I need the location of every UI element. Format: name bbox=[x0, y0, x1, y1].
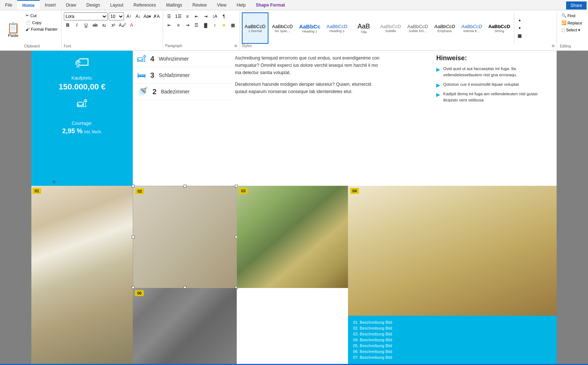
img-number-06: 06 bbox=[135, 290, 144, 296]
format-painter-button[interactable]: 🖌 Format Painter bbox=[24, 26, 59, 32]
styles-group-footer: Styles ⧉ bbox=[242, 44, 554, 48]
tab-mailings[interactable]: Mailings bbox=[161, 0, 187, 10]
rooms-section: 🛋 4 Wohnzimmer 🛏 3 Schlafzimmer 🚿 2 Bade… bbox=[133, 51, 231, 100]
style-emphasis[interactable]: AaBbCcD Emphasis bbox=[432, 12, 458, 44]
hinweise-text-2: Qolorion cus il eossimollit liquae volup… bbox=[443, 81, 519, 88]
numbering-button[interactable]: 1☰ bbox=[174, 12, 182, 20]
share-button[interactable]: Share bbox=[566, 1, 587, 9]
grow-font-button[interactable]: A↑ bbox=[125, 12, 133, 20]
copy-icon: 📄 bbox=[26, 20, 31, 25]
styles-scroll-down[interactable]: ▼ bbox=[516, 24, 524, 32]
increase-indent-button[interactable]: ⇥ bbox=[202, 12, 210, 20]
align-right-button[interactable]: ⇥ bbox=[183, 21, 192, 29]
styles-expand[interactable]: ⬛ bbox=[516, 32, 524, 40]
hinweise-item-3: ▶ Kadipit demq int fuga am vellendeleute… bbox=[436, 91, 553, 104]
align-center-button[interactable]: ≡ bbox=[174, 21, 182, 29]
img-03: 03 bbox=[237, 186, 348, 288]
hinweise-text-3: Kadipit demq int fuga am vellendeleuten … bbox=[443, 91, 553, 104]
wohnzimmer-icon: 🛋 bbox=[137, 54, 146, 64]
list-item-4: 04. Beschreibung Bild bbox=[353, 337, 552, 343]
img-col-mid-left: 02 06 bbox=[133, 186, 237, 364]
editing-group-label: Editing bbox=[560, 44, 584, 48]
style-intense-emphasis[interactable]: AaBbCcD Intense E... bbox=[459, 12, 485, 44]
list-item-6: 06. Beschreibung Bild bbox=[353, 349, 552, 354]
style-heading1[interactable]: AaBbCc Heading 1 bbox=[297, 12, 323, 44]
multilevel-button[interactable]: ≡ bbox=[183, 12, 192, 20]
hinweise-item-1: ▶ Ovid quid ut aut faccaeptas int fuga. … bbox=[436, 66, 553, 78]
copy-button[interactable]: 📄 Copy bbox=[24, 19, 59, 26]
style-heading2[interactable]: AaBbCcD Heading 2 bbox=[324, 12, 350, 44]
clipboard-group-label: Clipboard bbox=[24, 44, 59, 48]
tab-view[interactable]: View bbox=[212, 0, 232, 10]
clear-format-button[interactable]: ✗A bbox=[152, 12, 160, 20]
font-color-button[interactable]: A bbox=[128, 21, 136, 29]
font-name-select[interactable]: Lora bbox=[64, 12, 108, 20]
justify-button[interactable]: ☰ bbox=[193, 21, 201, 29]
hinweise-item-2: ▶ Qolorion cus il eossimollit liquae vol… bbox=[436, 81, 553, 88]
bold-button[interactable]: B bbox=[64, 21, 72, 29]
right-blue-list: 01. Beschreibung Bild 02. Beschreibung B… bbox=[348, 316, 557, 364]
superscript-button[interactable]: x² bbox=[109, 21, 117, 29]
tab-file[interactable]: File bbox=[0, 0, 17, 10]
text-highlight-button[interactable]: A🖊 bbox=[119, 21, 127, 29]
hinweise-arrow-1: ▶ bbox=[436, 66, 440, 78]
italic-button[interactable]: I bbox=[73, 21, 81, 29]
show-para-button[interactable]: ¶ bbox=[220, 12, 228, 20]
shrink-font-button[interactable]: A↓ bbox=[134, 12, 142, 20]
select-button[interactable]: ⬚ Select ▾ bbox=[560, 27, 584, 33]
badezimmer-label: Badezimmer bbox=[161, 89, 190, 95]
sort-button[interactable]: ↕A bbox=[211, 12, 219, 20]
column-button[interactable]: ▓ bbox=[202, 21, 210, 29]
replace-button[interactable]: 🔁 Replace bbox=[560, 20, 584, 26]
clipboard-group: 📋 Paste ✂ Cut 📄 Copy 🖌 Format Painter Cl… bbox=[1, 11, 62, 50]
kaufpreis-label: Kaufpreis: bbox=[71, 75, 93, 81]
style-subtitle[interactable]: AaBbCcD Subtitle bbox=[378, 12, 403, 44]
badezimmer-icon: 🚿 bbox=[137, 87, 148, 97]
price-tag-icon: 🏷 bbox=[75, 54, 89, 71]
underline-button[interactable]: U bbox=[82, 21, 90, 29]
room-wohnzimmer: 🛋 4 Wohnzimmer bbox=[133, 51, 231, 67]
align-left-button[interactable]: ⇤ bbox=[165, 21, 173, 29]
text-para-1: Aschreibung temquid errorrorio que cust … bbox=[235, 54, 381, 76]
line-spacing-button[interactable]: ↕ bbox=[211, 21, 219, 29]
tab-review[interactable]: Review bbox=[187, 0, 212, 10]
schlafzimmer-number: 3 bbox=[150, 71, 154, 80]
strikethrough-button[interactable]: ab bbox=[91, 21, 99, 29]
subscript-button[interactable]: x₂ bbox=[100, 21, 108, 29]
badezimmer-number: 2 bbox=[152, 88, 156, 96]
cut-button[interactable]: ✂ Cut bbox=[24, 12, 59, 19]
borders-button[interactable]: ▦ bbox=[229, 21, 237, 29]
shading-button[interactable]: ■ bbox=[220, 21, 228, 29]
tab-references[interactable]: References bbox=[128, 0, 161, 10]
bullets-button[interactable]: ☰ bbox=[165, 12, 173, 20]
letter-a: a bbox=[53, 178, 55, 184]
tab-design[interactable]: Design bbox=[81, 0, 105, 10]
paste-button[interactable]: 📋 Paste bbox=[4, 12, 23, 48]
tab-layout[interactable]: Layout bbox=[105, 0, 128, 10]
style-strong[interactable]: AaBbCcD Strong bbox=[486, 12, 513, 44]
change-case-button[interactable]: Aa▾ bbox=[143, 12, 151, 20]
text-section: Aschreibung temquid errorrorio que cust … bbox=[231, 51, 384, 103]
tab-help[interactable]: Help bbox=[232, 0, 251, 10]
img-02[interactable]: 02 bbox=[133, 186, 237, 288]
schlafzimmer-icon: 🛏 bbox=[137, 70, 146, 80]
style-normal[interactable]: AaBbCcD 1 Normal bbox=[242, 12, 268, 44]
font-size-select[interactable]: 10 12 bbox=[109, 12, 124, 20]
find-button[interactable]: 🔍 Find bbox=[560, 12, 584, 19]
hinweise-title: Hinweise: bbox=[436, 54, 553, 62]
style-no-spacing[interactable]: AaBbCcD No Spac... bbox=[270, 12, 295, 44]
style-subtle-emphasis[interactable]: AaBbCcD Subtle Em... bbox=[405, 12, 430, 44]
editing-group: 🔍 Find 🔁 Replace ⬚ Select ▾ Editing bbox=[557, 11, 587, 50]
decrease-indent-button[interactable]: ⇤ bbox=[193, 12, 201, 20]
tab-home[interactable]: Home bbox=[17, 0, 39, 10]
list-item-2: 02. Beschreibung Bild bbox=[353, 325, 552, 331]
courtage-label: Courtage: bbox=[71, 120, 92, 126]
paste-icon: 📋 bbox=[7, 23, 20, 33]
tab-insert[interactable]: Insert bbox=[40, 0, 61, 10]
text-para-2: Deratioreium harunde modigen dersper iat… bbox=[235, 81, 381, 95]
tab-draw[interactable]: Draw bbox=[61, 0, 81, 10]
tab-shape-format[interactable]: Shape Format bbox=[251, 0, 290, 10]
styles-scroll-up[interactable]: ▲ bbox=[516, 16, 524, 24]
style-title[interactable]: AaB Title bbox=[351, 12, 376, 44]
img-number-04: 04 bbox=[350, 188, 359, 194]
